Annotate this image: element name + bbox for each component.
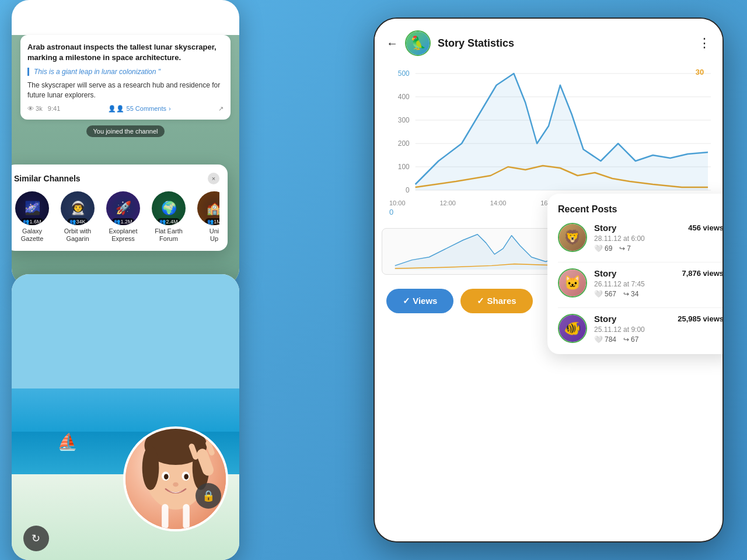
article-quote: This is a giant leap in lunar colonizati… [27,68,224,76]
post-info-1: Story 456 views 28.11.12 at 6:00 🤍 69 ↪ … [594,223,724,253]
svg-text:400: 400 [398,93,410,101]
post-views-2: 7,876 views [682,269,724,278]
channel-avatar-exoplanet: 🚀 👥1.2M [106,191,140,225]
post-avatar-img-1: 🦁 [559,224,586,251]
post-avatar-1: 🦁 [558,223,587,252]
article-comments[interactable]: 👤👤 55 Comments › [108,105,171,113]
recent-posts-card: Recent Posts 🦁 Story 456 views 28.11.12 … [547,194,724,354]
svg-text:30: 30 [696,68,704,76]
selfie-face [125,429,226,529]
channel-item-orbit[interactable]: 👨‍🚀 👥34K Orbit withGagarin [60,191,96,243]
post-avatar-img-3: 🐠 [559,315,586,342]
avatar-group: 👤👤 [108,105,124,113]
channel-badge-exoplanet: 👥1.2M [111,218,134,225]
channel-badge-flat-earth: 👥2.4M [157,218,180,225]
post-item-3[interactable]: 🐠 Story 25,985 views 25.11.12 at 9:00 🤍 … [558,314,724,344]
post-shares-3: ↪ 67 [623,335,638,344]
channel-name-uni: UniUp [210,228,219,243]
post-date-3: 25.11.12 at 9:00 [594,326,724,334]
svg-text:300: 300 [398,116,410,124]
channel-avatar-flat-earth: 🌍 👥2.4M [152,191,186,225]
svg-rect-12 [162,504,168,529]
post-likes-3: 🤍 784 [594,335,616,344]
channel-item-galaxy[interactable]: 🌌 👥1.6M GalaxyGazette [14,191,50,243]
article-meta: 👁 3k 9:41 👤👤 55 Comments › ↗ [27,105,224,113]
svg-text:200: 200 [398,139,410,148]
post-stats-2: 🤍 567 ↪ 34 [594,290,724,298]
similar-channels-header: Similar Channels × [14,173,219,184]
post-title-1: Story [594,223,616,233]
post-info-2: Story 7,876 views 26.11.12 at 7:45 🤍 567… [594,268,724,298]
article-card: Arab astronaut inspects the tallest luna… [20,35,231,120]
channel-item-flat-earth[interactable]: 🌍 👥2.4M Flat EarthForum [151,191,187,243]
channel-badge-uni: 👥1M [205,218,219,225]
chart-value-blue-bottom: 0 [389,208,393,216]
post-item-2[interactable]: 🐱 Story 7,876 views 26.11.12 at 7:45 🤍 5… [558,268,724,298]
post-avatar-img-2: 🐱 [559,270,586,296]
post-date-1: 28.11.12 at 6:00 [594,235,724,243]
post-likes-1: 🤍 69 [594,244,612,253]
article-views: 👁 3k 9:41 [27,105,60,112]
post-date-2: 26.11.12 at 7:45 [594,280,724,288]
svg-text:500: 500 [398,69,410,78]
divider-1 [558,262,724,262]
similar-channels-title: Similar Channels [14,174,81,183]
header-avatar: 🦜 [405,30,431,56]
post-likes-2: 🤍 567 [594,290,616,298]
phone-bottom: ⛵ [12,274,239,560]
post-item-1[interactable]: 🦁 Story 456 views 28.11.12 at 6:00 🤍 69 … [558,223,724,253]
article-title: Arab astronaut inspects the tallest luna… [27,42,224,63]
post-title-3: Story [594,314,616,324]
post-shares-1: ↪ 7 [619,244,631,253]
chevron-right-icon: › [169,105,171,112]
svg-point-8 [173,482,179,487]
channel-item-uni[interactable]: 🏫 👥1M UniUp [196,191,219,243]
post-views-1: 456 views [688,223,724,232]
more-options-button[interactable]: ⋮ [698,36,711,51]
post-avatar-2: 🐱 [558,268,587,298]
post-title-2: Story [594,268,616,278]
views-filter-button[interactable]: ✓ Views [386,289,453,313]
channel-name-galaxy: GalaxyGazette [21,228,44,243]
back-button[interactable]: ← [386,37,398,50]
channel-avatar-uni: 🏫 👥1M [197,191,219,225]
channel-avatar-galaxy: 🌌 👥1.6M [15,191,49,225]
svg-rect-13 [183,504,189,529]
channel-badge-orbit: 👥34K [67,218,88,225]
lock-button[interactable]: 🔒 [196,483,221,509]
share-icon[interactable]: ↗ [218,105,224,113]
similar-channels-popup: Similar Channels × 🌌 👥1.6M GalaxyGazette… [12,164,228,251]
phone-top: Arab astronaut inspects the tallest luna… [12,0,239,286]
post-shares-2: ↪ 34 [623,290,638,298]
phone-right-story-statistics: ← 🦜 Story Statistics ⋮ 500 400 300 20 [374,18,724,542]
channel-item-exoplanet[interactable]: 🚀 👥1.2M ExoplanetExpress [105,191,141,243]
channel-name-exoplanet: ExoplanetExpress [109,228,138,243]
post-stats-1: 🤍 69 ↪ 7 [594,244,724,253]
selfie-circle [123,426,228,531]
svg-point-7 [184,474,189,480]
channel-badge-galaxy: 👥1.6M [20,218,43,225]
post-views-3: 25,985 views [678,314,724,323]
stats-header: ← 🦜 Story Statistics ⋮ [375,19,722,62]
beach-background: ⛵ [12,274,239,560]
joined-banner: You joined the channel [86,125,165,137]
svg-text:0: 0 [406,186,410,194]
svg-point-2 [142,446,159,490]
channel-avatar-orbit: 👨‍🚀 👥34K [61,191,95,225]
channel-name-orbit: Orbit withGagarin [64,228,91,243]
article-body: The skyscraper will serve as a research … [27,80,224,100]
svg-point-6 [163,474,168,480]
channels-row: 🌌 👥1.6M GalaxyGazette 👨‍🚀 👥34K Orbit wit… [14,191,219,243]
svg-marker-26 [416,74,708,190]
divider-2 [558,307,724,308]
page-title: Story Statistics [438,37,691,50]
main-chart: 500 400 300 200 100 0 30 [386,68,711,196]
close-similar-channels-button[interactable]: × [208,173,219,184]
refresh-button[interactable]: ↻ [23,526,49,551]
recent-posts-title: Recent Posts [558,204,724,215]
shares-filter-button[interactable]: ✓ Shares [460,289,532,313]
post-avatar-3: 🐠 [558,314,587,343]
channel-name-flat-earth: Flat EarthForum [155,228,183,243]
sailboat-icon: ⛵ [57,432,78,452]
post-info-3: Story 25,985 views 25.11.12 at 9:00 🤍 78… [594,314,724,344]
